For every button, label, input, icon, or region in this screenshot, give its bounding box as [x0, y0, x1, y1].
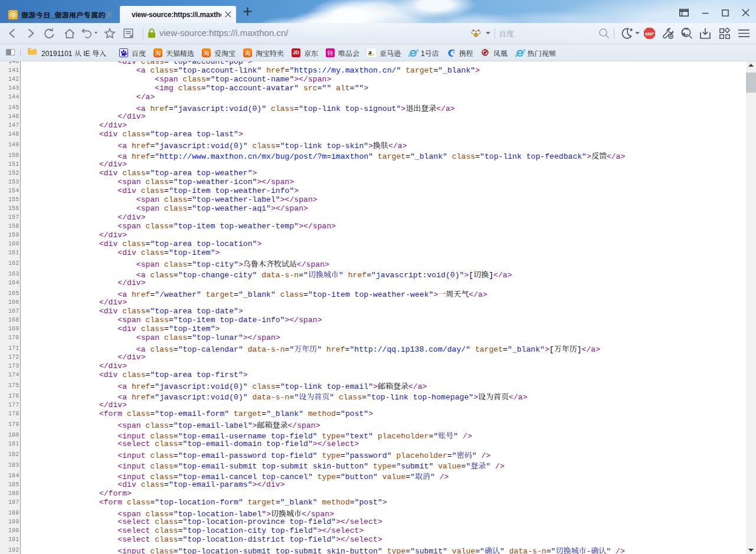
svg-text:a: a	[368, 48, 372, 55]
svg-text:ABP: ABP	[645, 31, 654, 37]
